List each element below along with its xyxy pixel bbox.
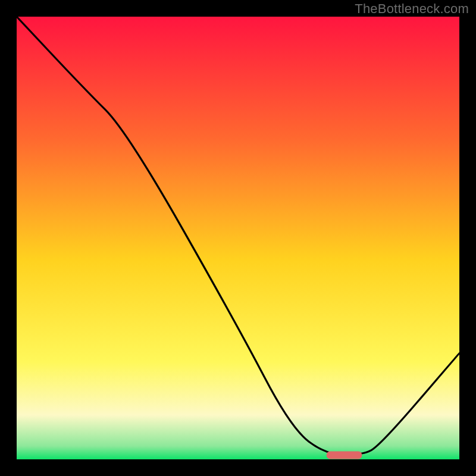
chart-svg: [17, 17, 459, 459]
watermark-text: TheBottleneck.com: [355, 1, 469, 17]
optimal-range-marker: [327, 452, 362, 459]
gradient-background: [17, 17, 459, 459]
chart-frame: TheBottleneck.com: [0, 0, 476, 476]
plot-area: [17, 17, 459, 459]
